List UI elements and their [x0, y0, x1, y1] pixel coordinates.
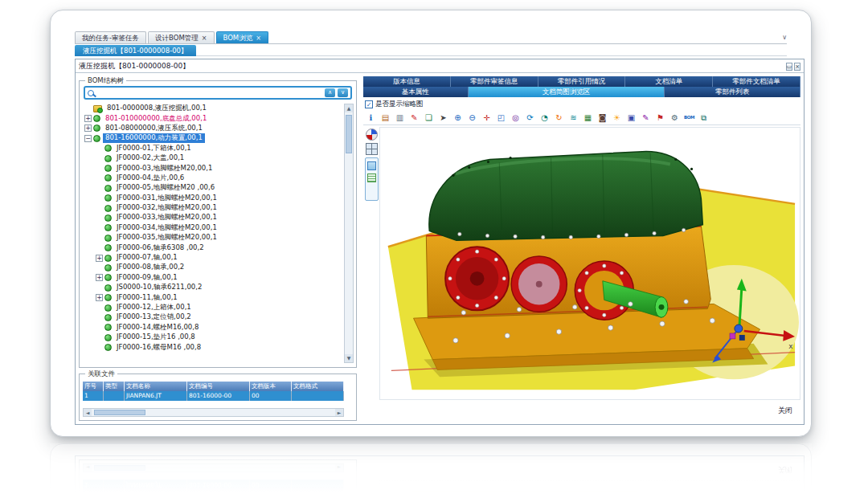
tree-item[interactable]: +JF0000-07,轴,00,1: [83, 253, 342, 263]
scroll-right-icon[interactable]: ►: [335, 409, 343, 416]
tree-item[interactable]: JF0000-16,螺母M16 ,00,8: [83, 342, 342, 352]
scroll-thumb[interactable]: [94, 465, 145, 471]
tree-item[interactable]: JF0000-15,垫片16 ,00,8: [83, 333, 342, 342]
list-panel-icon[interactable]: [367, 173, 376, 182]
thumbnail-checkbox[interactable]: ✓: [365, 100, 373, 108]
tree-item[interactable]: −801-16000000,动力装置,00,1: [83, 133, 342, 143]
tree-item[interactable]: JF0000-12,上箱体,00,1: [83, 303, 342, 312]
collapse-icon[interactable]: −: [84, 135, 92, 142]
pan-icon[interactable]: ✛: [481, 112, 493, 124]
compare-icon[interactable]: ❏: [423, 112, 435, 124]
expand-icon[interactable]: +: [96, 294, 103, 301]
zoom-out-icon[interactable]: ⊖: [466, 112, 478, 124]
nav-sphere-icon[interactable]: [366, 129, 378, 141]
close-button[interactable]: 关闭: [778, 464, 792, 475]
close-button[interactable]: ×: [794, 63, 800, 71]
close-button[interactable]: 关闭: [778, 406, 792, 416]
expand-icon[interactable]: +: [84, 124, 92, 132]
tree-item[interactable]: +801-08000000,液压系统,00,1: [83, 124, 342, 133]
tree-scrollbar[interactable]: ▲ ▼: [344, 104, 354, 363]
tab-close-icon[interactable]: ×: [202, 32, 207, 44]
snapshot-icon[interactable]: ◙: [596, 112, 608, 124]
tree-item[interactable]: 801-0000008,液压挖掘机,00,1: [83, 104, 342, 113]
3d-viewport[interactable]: x: [379, 480, 800, 496]
tree-item[interactable]: JF0000-034,地脚螺栓M20,00,1: [83, 223, 342, 233]
gearbox-3d-model[interactable]: x: [380, 128, 800, 399]
scroll-thumb[interactable]: [346, 115, 352, 153]
zoom-window-icon[interactable]: ◰: [495, 112, 507, 124]
expand-icon[interactable]: +: [96, 255, 103, 262]
tree-item[interactable]: JF0000-035,地脚螺栓M20,00,1: [83, 233, 342, 243]
table-row[interactable]: 1JIANPAN6.JT801-16000-0000: [83, 480, 344, 489]
view-grid-icon[interactable]: [366, 143, 378, 155]
open-icon[interactable]: ▤: [379, 112, 391, 124]
tree-item[interactable]: JF0000-14,螺栓M16,00,8: [83, 323, 342, 333]
scroll-left-icon[interactable]: ◄: [84, 409, 92, 416]
tree-item[interactable]: JF0000-13,定位销,00,2: [83, 312, 342, 322]
orbit-icon[interactable]: ◔: [538, 112, 551, 124]
spin-icon[interactable]: ↻: [553, 112, 565, 124]
tree-item[interactable]: JF0000-04,垫片,00,6: [83, 173, 342, 183]
screen-icon[interactable]: ⧉: [698, 112, 710, 124]
tree-search-box[interactable]: ∧ ∨: [84, 86, 352, 100]
files-hscrollbar[interactable]: ◄ ►: [83, 408, 344, 417]
tree-item[interactable]: JS0000-10,轴承6211,00,2: [83, 283, 342, 292]
markup-flag-icon[interactable]: ⚑: [654, 112, 666, 124]
tree-item[interactable]: JF0000-031,地脚螺栓M20,00,1: [83, 194, 342, 203]
scroll-thumb[interactable]: [94, 410, 145, 415]
tree-item[interactable]: JF0000-032,地脚螺栓M20,00,1: [83, 203, 342, 213]
detail-subtab[interactable]: 基本属性: [363, 87, 469, 97]
tree-item[interactable]: +JF0000-11,轴,00,1: [83, 292, 342, 302]
scroll-right-icon[interactable]: ►: [335, 464, 343, 471]
image-icon[interactable]: ▣: [625, 112, 637, 124]
thumbnail-panel-icon[interactable]: [367, 161, 376, 170]
detail-tab[interactable]: 版本信息: [363, 76, 451, 87]
scroll-up-icon[interactable]: ▲: [345, 104, 353, 112]
detail-tab[interactable]: 零部件引用情况: [538, 76, 626, 87]
info-icon[interactable]: ℹ: [365, 112, 377, 124]
table-row[interactable]: 1JIANPAN6.JT801-16000-0000: [83, 391, 344, 401]
tree-item[interactable]: JF0000-02,大盖,00,1: [83, 153, 342, 163]
chevron-down-icon[interactable]: ∨: [782, 31, 787, 43]
settings-icon[interactable]: ⚙: [669, 112, 681, 124]
minimize-button[interactable]: ▭: [786, 63, 793, 71]
light-icon[interactable]: ☀: [611, 112, 623, 124]
print-icon[interactable]: ▥: [394, 112, 406, 124]
viewer-side-tab[interactable]: [365, 157, 379, 201]
scroll-left-icon[interactable]: ◄: [84, 464, 92, 471]
gearbox-3d-model[interactable]: x: [380, 481, 800, 496]
tab-close-icon[interactable]: ×: [256, 32, 261, 44]
wireframe-icon[interactable]: ≋: [567, 112, 579, 124]
bom-icon[interactable]: BOM: [683, 112, 695, 124]
files-hscrollbar[interactable]: ◄ ►: [83, 463, 344, 472]
detail-tab[interactable]: 文档清单: [625, 76, 713, 87]
detail-tab[interactable]: 零部件审签信息: [451, 76, 538, 87]
top-tab[interactable]: 我的任务-审签任务: [75, 31, 146, 43]
tree-item[interactable]: JF0000-08,轴承,00,2: [83, 263, 342, 272]
tree-item[interactable]: JF0000-06,轴承6308 ,00,2: [83, 243, 342, 252]
breadcrumb-tab[interactable]: 液压挖掘机【801-0000008-00】: [75, 45, 196, 56]
tree-item[interactable]: +JF0000-09,轴,00,1: [83, 273, 342, 283]
3d-viewport[interactable]: x: [379, 127, 800, 400]
tree-item[interactable]: JF0000-01,下箱体,00,1: [83, 144, 342, 153]
search-input[interactable]: [96, 89, 322, 97]
detail-subtab[interactable]: 文档简图浏览区: [469, 87, 665, 97]
tree-item[interactable]: JF0000-05,地脚螺栓M20 ,00,6: [83, 183, 342, 193]
annotate-icon[interactable]: ✎: [640, 112, 652, 124]
zoom-fit-icon[interactable]: ◎: [510, 112, 522, 124]
select-icon[interactable]: ➤: [437, 112, 449, 124]
search-prev-button[interactable]: ∧: [325, 88, 335, 97]
shading-icon[interactable]: ▦: [582, 112, 594, 124]
tree-item[interactable]: +801-010000000,底盘总成,00,1: [83, 113, 342, 123]
detail-subtab[interactable]: 零部件列表: [665, 87, 800, 97]
search-next-button[interactable]: ∨: [338, 88, 348, 97]
top-tab[interactable]: 设计BOM管理×: [148, 31, 214, 43]
zoom-in-icon[interactable]: ⊕: [452, 112, 464, 124]
tree-item[interactable]: JF0000-03,地脚螺栓M20,00,1: [83, 163, 342, 173]
detail-tab[interactable]: 零部件文档清单: [713, 76, 800, 87]
scroll-down-icon[interactable]: ▼: [345, 354, 353, 362]
tree-item[interactable]: JF0000-033,地脚螺栓M20,00,1: [83, 213, 342, 222]
expand-icon[interactable]: +: [84, 115, 92, 122]
redline-icon[interactable]: ✎: [408, 112, 420, 124]
expand-icon[interactable]: +: [96, 274, 103, 281]
